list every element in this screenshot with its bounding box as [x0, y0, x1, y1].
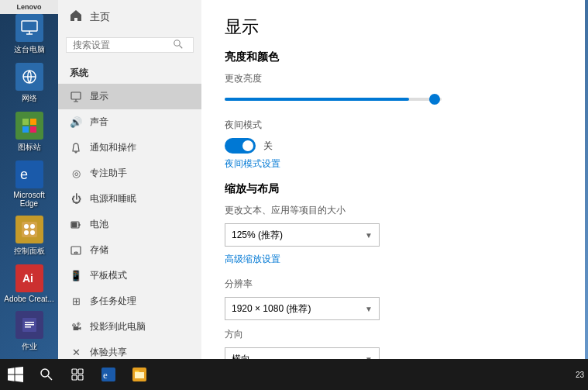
focus-icon: ◎ — [70, 167, 82, 180]
brightness-section-title: 亮度和颜色 — [225, 50, 562, 64]
taskbar-system-tray: 23 — [576, 370, 588, 380]
nav-item-label: 电池 — [90, 218, 108, 231]
nav-item-label: 专注助手 — [90, 167, 127, 180]
toggle-label: 关 — [263, 140, 273, 153]
svg-rect-5 — [30, 126, 36, 133]
nav-item-sound[interactable]: 🔊 声音 — [58, 109, 201, 135]
svg-point-27 — [41, 369, 49, 377]
nav-item-focus[interactable]: ◎ 专注助手 — [58, 160, 201, 186]
brightness-label: 更改亮度 — [225, 72, 562, 85]
nav-item-label: 平板模式 — [90, 269, 127, 282]
desktop-icon-computer[interactable]: 这台电脑 — [4, 14, 54, 55]
svg-rect-18 — [25, 326, 31, 328]
slider-thumb[interactable] — [429, 94, 440, 105]
svg-point-9 — [24, 224, 29, 229]
zoom-section-title: 缩放与布局 — [225, 182, 562, 196]
tablet-icon: 📱 — [70, 270, 82, 282]
desktop-icon-adobe[interactable]: Ai Adobe Creat... — [4, 264, 54, 303]
desktop-icon-network[interactable]: 网络 — [4, 63, 54, 104]
slider-track — [225, 98, 442, 101]
orientation-dropdown[interactable]: 横向 ▼ — [225, 347, 380, 359]
orientation-value: 横向 — [232, 353, 250, 360]
search-input[interactable] — [73, 40, 174, 50]
nav-home-button[interactable]: 主页 — [58, 0, 201, 33]
battery-icon — [70, 219, 82, 231]
power-icon: ⏻ — [70, 193, 82, 205]
svg-point-25 — [74, 252, 77, 254]
desktop-icon-label: 控制面板 — [14, 246, 45, 257]
desktop-icon-control-panel[interactable]: 控制面板 — [4, 216, 54, 257]
svg-rect-0 — [22, 21, 37, 31]
notification-icon — [70, 142, 82, 154]
svg-rect-23 — [72, 223, 77, 227]
nav-item-project[interactable]: 📽 投影到此电脑 — [58, 314, 201, 340]
svg-line-28 — [48, 376, 52, 380]
zoom-dropdown-arrow: ▼ — [365, 231, 373, 240]
desktop-icon-label: 这台电脑 — [14, 44, 45, 55]
settings-window: 主页 系统 显示 🔊 声音 通知和操作 — [58, 0, 585, 359]
share-icon: ✕ — [70, 347, 82, 359]
nav-item-display[interactable]: 显示 — [58, 84, 201, 109]
desktop-icon-label: Microsoft Edge — [4, 191, 54, 208]
resolution-dropdown[interactable]: 1920 × 1080 (推荐) ▼ — [225, 297, 380, 320]
nav-item-label: 声音 — [90, 116, 108, 129]
svg-text:Ai: Ai — [22, 272, 33, 285]
svg-rect-29 — [72, 369, 77, 374]
desktop-icon-label: Adobe Creat... — [4, 295, 53, 303]
svg-rect-4 — [22, 126, 29, 133]
page-title: 显示 — [225, 16, 562, 39]
windows-logo-button[interactable] — [0, 359, 31, 390]
nav-item-multitask[interactable]: ⊞ 多任务处理 — [58, 288, 201, 314]
nav-item-label: 通知和操作 — [90, 141, 136, 154]
night-mode-settings-link[interactable]: 夜间模式设置 — [225, 157, 562, 171]
desktop-icons-container: 这台电脑 网络 图标站 e Microsoft Edge 控制面板 Ai Ado… — [4, 14, 54, 352]
toggle-knob — [242, 140, 253, 151]
zoom-advanced-link[interactable]: 高级缩放设置 — [225, 253, 562, 266]
desktop-icon-label: 作业 — [22, 341, 37, 352]
taskbar-task-view[interactable] — [62, 359, 93, 390]
nav-item-label: 显示 — [90, 90, 108, 103]
nav-item-storage[interactable]: 存储 — [58, 237, 201, 263]
orientation-label: 方向 — [225, 328, 562, 341]
nav-item-notifications[interactable]: 通知和操作 — [58, 135, 201, 160]
nav-section-system: 系统 — [58, 60, 201, 84]
nav-item-power[interactable]: ⏻ 电源和睡眠 — [58, 186, 201, 212]
desktop-icon-icons[interactable]: 图标站 — [4, 112, 54, 153]
search-icon — [174, 38, 183, 52]
multitask-icon: ⊞ — [70, 295, 82, 308]
svg-rect-3 — [30, 119, 36, 125]
svg-point-10 — [30, 224, 35, 229]
taskbar-file-explorer[interactable] — [124, 359, 155, 390]
nav-item-label: 存储 — [90, 243, 108, 257]
night-mode-label: 夜间模式 — [225, 119, 562, 132]
desktop-icon-edge[interactable]: e Microsoft Edge — [4, 160, 54, 208]
nav-item-label: 多任务处理 — [90, 295, 136, 308]
zoom-label: 更改文本、应用等项目的大小 — [225, 204, 562, 217]
nav-home-label: 主页 — [90, 10, 110, 24]
night-mode-toggle[interactable] — [225, 138, 256, 154]
resolution-value: 1920 × 1080 (推荐) — [232, 302, 311, 316]
night-mode-row: 关 — [225, 138, 562, 154]
desktop-icon-label: 图标站 — [18, 142, 41, 153]
svg-rect-31 — [72, 375, 77, 380]
nav-item-battery[interactable]: 电池 — [58, 212, 201, 237]
desktop-icon-work[interactable]: 作业 — [4, 311, 54, 352]
svg-point-11 — [24, 230, 29, 235]
taskbar-edge[interactable]: e — [93, 359, 124, 390]
nav-item-tablet[interactable]: 📱 平板模式 — [58, 263, 201, 288]
svg-rect-8 — [22, 222, 37, 237]
svg-point-19 — [174, 40, 181, 47]
search-container[interactable] — [66, 37, 194, 53]
nav-panel: 主页 系统 显示 🔊 声音 通知和操作 — [58, 0, 201, 359]
brightness-slider[interactable] — [225, 91, 442, 107]
svg-rect-16 — [25, 322, 34, 323]
taskbar-time: 23 — [576, 370, 584, 380]
sound-icon: 🔊 — [70, 116, 82, 129]
zoom-dropdown-value: 125% (推荐) — [232, 229, 283, 242]
taskbar-search[interactable] — [31, 359, 62, 390]
nav-item-label: 投影到此电脑 — [90, 320, 146, 333]
storage-icon — [70, 244, 82, 257]
zoom-dropdown[interactable]: 125% (推荐) ▼ — [225, 223, 380, 247]
nav-item-label: 电源和睡眠 — [90, 192, 136, 205]
svg-text:e: e — [20, 167, 28, 182]
